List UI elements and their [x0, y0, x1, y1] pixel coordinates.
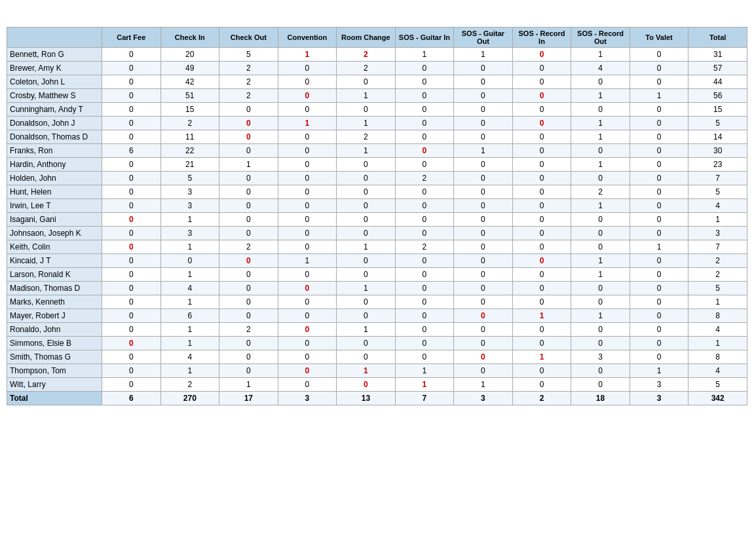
data-cell: 0	[219, 268, 278, 282]
data-cell: 0	[630, 268, 688, 282]
data-cell: 0	[395, 295, 454, 309]
data-cell: 0	[454, 172, 513, 185]
total-cell: 342	[688, 392, 747, 405]
data-cell: 2	[160, 378, 219, 392]
data-cell: 0	[278, 89, 337, 103]
header-col-1: Cart Fee	[102, 28, 161, 48]
data-cell: 0	[512, 48, 571, 62]
data-cell: 0	[102, 75, 161, 89]
data-cell: 1	[688, 337, 747, 350]
data-cell: 0	[454, 295, 513, 309]
data-cell: 0	[454, 62, 513, 75]
data-cell: 0	[630, 48, 688, 62]
data-cell: 0	[395, 117, 454, 130]
data-cell: 15	[160, 103, 219, 117]
data-cell: 0	[454, 240, 513, 254]
data-cell: 0	[278, 227, 337, 240]
data-cell: 0	[454, 282, 513, 295]
data-cell: 57	[688, 62, 747, 75]
data-cell: 0	[278, 240, 337, 254]
data-cell: 0	[395, 62, 454, 75]
table-row: Bennett, Ron G0205121101031	[7, 48, 747, 62]
data-cell: 4	[160, 282, 219, 295]
data-cell: 0	[278, 75, 337, 89]
data-cell: 0	[102, 89, 161, 103]
data-cell: 1	[571, 268, 630, 282]
data-cell: 0	[337, 254, 396, 268]
person-name: Coleton, John L	[7, 75, 102, 89]
data-cell: 0	[102, 48, 161, 62]
data-cell: 30	[688, 144, 747, 158]
data-cell: 4	[160, 350, 219, 364]
data-cell: 0	[102, 240, 161, 254]
data-cell: 15	[688, 103, 747, 117]
data-cell: 3	[630, 378, 688, 392]
data-cell: 1	[688, 295, 747, 309]
data-cell: 1	[688, 213, 747, 227]
data-cell: 2	[160, 117, 219, 130]
data-cell: 1	[571, 48, 630, 62]
total-cell: 6	[102, 392, 161, 405]
data-cell: 0	[512, 240, 571, 254]
data-cell: 0	[512, 199, 571, 213]
data-cell: 0	[102, 337, 161, 350]
table-row: Crosby, Matthew S0512010001156	[7, 89, 747, 103]
data-cell: 0	[102, 158, 161, 172]
data-cell: 1	[219, 158, 278, 172]
data-cell: 0	[337, 378, 396, 392]
data-cell: 0	[102, 254, 161, 268]
data-cell: 0	[278, 62, 337, 75]
data-cell: 0	[571, 213, 630, 227]
header-col-4: Convention	[278, 28, 337, 48]
header-col-8: SOS - Record In	[512, 28, 571, 48]
data-cell: 2	[395, 172, 454, 185]
data-cell: 1	[454, 144, 513, 158]
data-cell: 0	[630, 75, 688, 89]
data-cell: 1	[160, 268, 219, 282]
data-cell: 0	[278, 378, 337, 392]
data-cell: 0	[512, 227, 571, 240]
data-cell: 3	[688, 227, 747, 240]
data-cell: 42	[160, 75, 219, 89]
data-cell: 0	[454, 309, 513, 323]
data-cell: 7	[688, 240, 747, 254]
data-cell: 0	[454, 199, 513, 213]
data-cell: 0	[219, 185, 278, 199]
data-cell: 0	[395, 268, 454, 282]
data-cell: 0	[102, 364, 161, 378]
person-name: Simmons, Elsie B	[7, 337, 102, 350]
data-cell: 0	[395, 254, 454, 268]
data-cell: 0	[571, 378, 630, 392]
data-cell: 1	[160, 323, 219, 337]
data-cell: 0	[395, 282, 454, 295]
data-cell: 0	[102, 172, 161, 185]
data-cell: 1	[571, 117, 630, 130]
data-cell: 0	[630, 309, 688, 323]
data-cell: 1	[571, 89, 630, 103]
data-cell: 0	[454, 158, 513, 172]
data-cell: 0	[278, 309, 337, 323]
person-name: Franks, Ron	[7, 144, 102, 158]
data-cell: 0	[102, 227, 161, 240]
data-cell: 0	[219, 350, 278, 364]
data-cell: 0	[512, 89, 571, 103]
data-cell: 0	[337, 75, 396, 89]
table-row: Larson, Ronald K01000000102	[7, 268, 747, 282]
data-cell: 0	[278, 185, 337, 199]
table-row: Brewer, Amy K0492020004057	[7, 62, 747, 75]
data-cell: 0	[278, 364, 337, 378]
person-name: Hunt, Helen	[7, 185, 102, 199]
person-name: Thompson, Tom	[7, 364, 102, 378]
data-cell: 0	[219, 337, 278, 350]
data-cell: 1	[278, 254, 337, 268]
table-row: Mayer, Robert J06000001108	[7, 309, 747, 323]
table-row: Marks, Kenneth01000000001	[7, 295, 747, 309]
data-cell: 1	[454, 48, 513, 62]
total-cell: 2	[512, 392, 571, 405]
data-cell: 1	[630, 89, 688, 103]
total-cell: 3	[454, 392, 513, 405]
data-cell: 0	[395, 309, 454, 323]
data-cell: 0	[454, 254, 513, 268]
data-cell: 23	[688, 158, 747, 172]
data-cell: 0	[512, 378, 571, 392]
